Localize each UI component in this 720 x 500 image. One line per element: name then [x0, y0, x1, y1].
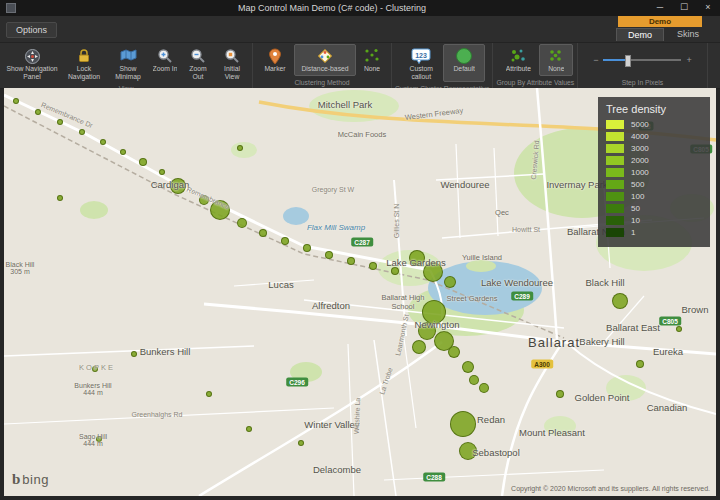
attribute-dots-icon [509, 47, 527, 65]
button-label: Show Navigation Panel [6, 65, 58, 81]
zoom-out-button[interactable]: Zoom Out [181, 44, 215, 82]
road-badge: C287 [351, 238, 373, 247]
app-window: Map Control Main Demo (C# code) - Cluste… [0, 0, 720, 500]
map-label: Bunkers Hill 444 m [74, 382, 111, 396]
window-title: Map Control Main Demo (C# code) - Cluste… [16, 3, 648, 13]
legend-swatch [606, 120, 624, 129]
group-cluster-representative: 123 Custom callout Default Custom Cluste… [392, 43, 493, 88]
legend-item: 2000 [606, 156, 702, 165]
distance-based-button[interactable]: Distance-based [294, 44, 356, 76]
group-caption-clustering: Clustering Method [256, 77, 388, 88]
grid-dots-icon [547, 47, 565, 65]
legend-value: 4000 [631, 132, 649, 141]
bing-logo-text: bing [22, 472, 49, 487]
map-label: Black Hill [585, 277, 624, 288]
marker-button[interactable]: Marker [256, 44, 294, 76]
legend-swatch [606, 204, 624, 213]
slider-thumb[interactable] [625, 55, 631, 67]
button-label: None [364, 65, 380, 73]
map-label: Sebastopol [472, 447, 520, 458]
attribute-button[interactable]: Attribute [497, 44, 539, 76]
legend-value: 1 [631, 228, 635, 237]
minimize-button[interactable]: ─ [648, 0, 672, 16]
map-label: Remembrance [186, 185, 231, 210]
map-label: Delacombe [313, 464, 361, 475]
zoom-in-icon [157, 47, 173, 65]
legend-value: 50 [631, 204, 640, 213]
button-label: Lock Navigation [64, 65, 104, 81]
initial-view-button[interactable]: Initial View [215, 44, 249, 82]
default-representative-button[interactable]: Default [443, 44, 485, 82]
map-copyright: Copyright © 2020 Microsoft and its suppl… [511, 485, 710, 492]
group-caption-group-by: Group By Attribute Values [496, 77, 574, 88]
map-label: McCain Foods [338, 130, 386, 139]
map-label: Black Hill 305 m [6, 261, 35, 275]
close-button[interactable]: × [696, 0, 720, 16]
button-label: Default [453, 65, 475, 73]
zoom-in-button[interactable]: Zoom In [149, 44, 181, 82]
button-label: Marker [264, 65, 285, 73]
group-by-none-button[interactable]: None [539, 44, 573, 76]
map-label: Bakery Hill [579, 336, 624, 347]
map-label: Flax Mill Swamp [307, 223, 365, 232]
slider-track[interactable] [603, 59, 681, 61]
map-label: Lake Gardens [386, 257, 446, 268]
group-caption-step: Step In Pixels [581, 77, 704, 88]
maximize-button[interactable]: ☐ [672, 0, 696, 16]
map-label: Remembrance Dr [40, 101, 94, 129]
legend-swatch [606, 180, 624, 189]
legend-swatch [606, 228, 624, 237]
step-slider[interactable]: − + [581, 43, 704, 77]
map-label: Street Gardens [447, 294, 498, 303]
lock-navigation-button[interactable]: Lock Navigation [61, 44, 107, 82]
map-label: Qec [495, 208, 509, 217]
clustering-none-button[interactable]: None [356, 44, 388, 76]
legend-panel: Tree density 500040003000200010005001005… [598, 97, 710, 247]
legend-item: 1 [606, 228, 702, 237]
map-label: Ballarat [528, 335, 580, 350]
distance-based-icon [316, 47, 334, 65]
legend-swatch [606, 216, 624, 225]
map-label: Creswick Rd [530, 140, 540, 180]
bing-logo: b bing [12, 471, 49, 488]
legend-item: 50 [606, 204, 702, 213]
map-canvas[interactable]: Mitchell ParkMcCain FoodsWendoureeInverm… [4, 88, 716, 496]
legend-value: 1000 [631, 168, 649, 177]
map-label: Wendouree [441, 179, 490, 190]
button-label: Zoom In [153, 65, 178, 73]
map-label: Wiltshire La [353, 398, 361, 435]
map-label: Learmonth St [394, 314, 410, 357]
map-label: KOPKE [79, 363, 115, 372]
map-label: Gregory St W [312, 186, 354, 193]
legend-item: 4000 [606, 132, 702, 141]
button-label: Show Minimap [110, 65, 146, 81]
legend-item: 5000 [606, 120, 702, 129]
show-minimap-button[interactable]: Show Minimap [107, 44, 149, 82]
map-label: Cardigan [151, 179, 190, 190]
scatter-dots-icon [363, 47, 381, 65]
map-label: Mount Pleasant [519, 427, 585, 438]
map-label: Yuille Island [462, 253, 502, 262]
legend-swatch [606, 168, 624, 177]
road-badge: C296 [286, 378, 308, 387]
map-label: Redan [477, 414, 505, 425]
show-navigation-panel-button[interactable]: Show Navigation Panel [3, 44, 61, 82]
map-label: Eureka [653, 346, 683, 357]
map-label: Western Freeway [404, 106, 463, 122]
tab-demo[interactable]: Demo [616, 28, 664, 41]
navigation-panel-icon [24, 47, 41, 65]
custom-callout-button[interactable]: 123 Custom callout [399, 44, 443, 82]
legend-value: 100 [631, 192, 644, 201]
map-label: Lucas [268, 279, 293, 290]
legend-item: 500 [606, 180, 702, 189]
ribbon-category-demo[interactable]: Demo [618, 16, 702, 27]
slider-plus-icon[interactable]: + [686, 55, 691, 65]
options-button[interactable]: Options [6, 22, 57, 38]
legend-item: 1000 [606, 168, 702, 177]
tab-skins[interactable]: Skins [666, 28, 710, 41]
road-badge: A300 [531, 360, 553, 369]
legend-value: 5000 [631, 120, 649, 129]
slider-minus-icon[interactable]: − [593, 55, 598, 65]
svg-text:123: 123 [415, 51, 427, 58]
map-label: Brown [682, 304, 709, 315]
